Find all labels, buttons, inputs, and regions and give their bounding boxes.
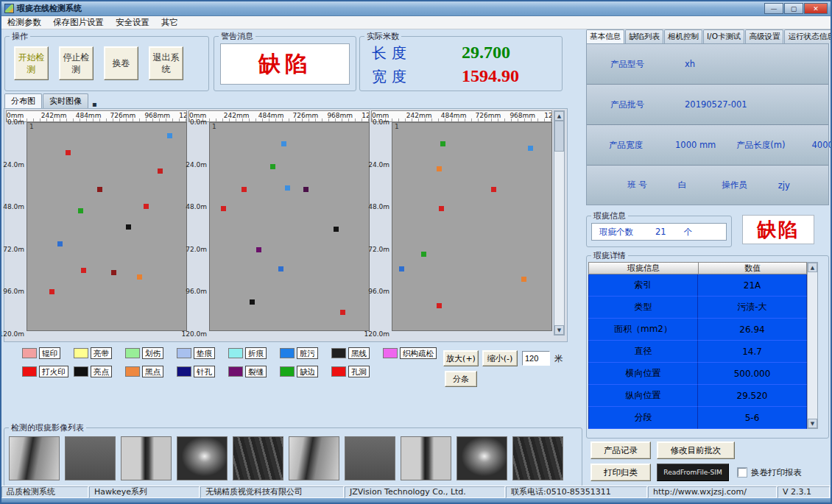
scroll-up-icon[interactable]: ▲ — [554, 111, 564, 121]
view-tab-2[interactable]: 实时图像 — [43, 93, 88, 108]
plot-area[interactable]: 1 — [27, 122, 187, 331]
defect-thumbnail-5[interactable] — [233, 436, 283, 480]
zoom-in-button[interactable]: 放大(+) — [443, 350, 479, 366]
table-scroll-up-icon[interactable]: ▲ — [808, 263, 817, 272]
defect-point[interactable] — [57, 241, 63, 246]
menu-item-3[interactable]: 安全设置 — [110, 16, 155, 29]
defect-point[interactable] — [440, 141, 445, 146]
minimize-button[interactable]: — — [764, 3, 783, 14]
scroll-thumb[interactable] — [554, 121, 564, 152]
warning-group: 警告消息 缺陷 — [214, 31, 356, 91]
defect-alert-box: 缺陷 — [742, 215, 814, 244]
defect-point[interactable] — [334, 227, 339, 232]
defect-point[interactable] — [49, 289, 54, 294]
defect-point[interactable] — [221, 206, 226, 211]
defect-point[interactable] — [111, 270, 116, 275]
print-report-checkbox[interactable] — [738, 468, 747, 477]
right-tab-4[interactable]: I/O卡测试 — [703, 29, 744, 43]
defect-table-row[interactable]: 面积（mm2）26.94 — [588, 319, 807, 341]
plot-scrollbar[interactable]: ▲ ▼ — [554, 110, 565, 336]
legend-row: 辊印亮带划伤垫痕折痕脏污黑线织构疏松 — [22, 347, 434, 359]
operation-button-3[interactable]: 换卷 — [104, 46, 138, 80]
plot-area[interactable]: 1 — [209, 122, 370, 331]
defect-thumbnail-9[interactable] — [456, 436, 507, 480]
defect-thumbnail-6[interactable] — [289, 436, 339, 480]
operation-button-2[interactable]: 停止检测 — [59, 46, 94, 80]
operation-button-1[interactable]: 开始检测 — [14, 46, 49, 80]
defect-point[interactable] — [250, 299, 255, 305]
thumbnail-group-label: 检测的瑕疵影像列表 — [9, 422, 86, 433]
zoom-out-button[interactable]: 缩小(-) — [482, 350, 518, 366]
y-axis-labels: 0.0m24.0m48.0m72.0m96.0m120.0m — [371, 122, 392, 334]
right-tab-6[interactable]: 运行状态信息 — [784, 29, 832, 43]
menu-item-4[interactable]: 其它 — [155, 16, 184, 29]
defect-point[interactable] — [528, 146, 533, 151]
defect-point[interactable] — [242, 187, 247, 192]
print-class-button[interactable]: 打印归类 — [590, 464, 651, 481]
product-size-row: 产品宽度 1000 mm 产品长度(m) 40000 — [587, 125, 828, 166]
defect-thumbnail-1[interactable] — [9, 436, 60, 480]
modify-batch-button[interactable]: 修改目前批次 — [657, 441, 735, 459]
defect-point[interactable] — [97, 187, 102, 192]
table-scrollbar[interactable]: ▲ ▼ — [807, 262, 818, 429]
defect-point[interactable] — [491, 187, 496, 192]
view-tab-1[interactable]: 分布图 — [4, 93, 42, 108]
defect-point[interactable] — [278, 266, 283, 271]
maximize-button[interactable]: ▢ — [784, 3, 803, 14]
defect-attr-value: 14.7 — [698, 341, 807, 363]
defect-thumbnail-2[interactable] — [65, 436, 116, 480]
defect-table-row[interactable]: 类型污渍-大 — [588, 297, 807, 319]
right-tab-1[interactable]: 基本信息 — [586, 29, 624, 43]
defect-point[interactable] — [167, 133, 172, 138]
meters-group: 实际米数 长度29.700宽度1594.90 — [359, 31, 563, 91]
defect-table-row[interactable]: 纵向位置29.520 — [588, 385, 807, 407]
defect-point[interactable] — [437, 303, 442, 308]
operation-button-4[interactable]: 退出系统 — [149, 46, 183, 80]
defect-table-row[interactable]: 直径14.7 — [588, 341, 807, 363]
close-button[interactable]: ✕ — [804, 3, 828, 14]
tab-strip-icon[interactable]: ▪ — [92, 100, 97, 108]
menu-item-1[interactable]: 检测参数 — [1, 16, 47, 29]
defect-table-row[interactable]: 索引21A — [588, 274, 807, 297]
defect-thumbnail-4[interactable] — [177, 436, 228, 480]
defect-point[interactable] — [66, 150, 71, 155]
right-tabs: 基本信息缺陷列表相机控制I/O卡测试高级设置运行状态信息 — [586, 29, 831, 43]
menu-item-2[interactable]: 保存图片设置 — [47, 16, 110, 29]
read-from-file-button[interactable]: ReadFromFile-SIM — [657, 464, 729, 481]
defect-point[interactable] — [158, 168, 163, 174]
defect-point[interactable] — [285, 185, 290, 191]
defect-point[interactable] — [437, 166, 442, 171]
product-record-button[interactable]: 产品记录 — [590, 441, 651, 459]
defect-table-row[interactable]: 横向位置500.000 — [588, 363, 807, 385]
meters-input[interactable] — [522, 351, 550, 366]
defect-thumbnail-3[interactable] — [121, 436, 172, 480]
defect-thumbnail-8[interactable] — [401, 436, 451, 480]
defect-point[interactable] — [137, 274, 142, 280]
defect-table-row[interactable]: 分段5-6 — [588, 407, 807, 429]
table-scroll-down-icon[interactable]: ▼ — [808, 419, 817, 428]
defect-point[interactable] — [303, 187, 309, 192]
defect-point[interactable] — [144, 204, 149, 209]
defect-point[interactable] — [340, 310, 345, 315]
defect-thumbnail-10[interactable] — [512, 436, 563, 480]
defect-point[interactable] — [281, 141, 286, 146]
title-bar[interactable]: 瑕疵在线检测系统 — ▢ ✕ — [1, 1, 831, 16]
right-tab-3[interactable]: 相机控制 — [664, 29, 702, 43]
panel-body: 0.0m24.0m48.0m72.0m96.0m120.0m1 — [371, 122, 552, 334]
defect-thumbnail-7[interactable] — [345, 436, 395, 480]
defect-point[interactable] — [126, 224, 131, 230]
split-button[interactable]: 分条 — [445, 371, 477, 387]
thumbnail-list — [4, 433, 582, 480]
defect-point[interactable] — [270, 164, 275, 169]
defect-point[interactable] — [256, 247, 261, 252]
defect-point[interactable] — [399, 266, 404, 271]
defect-point[interactable] — [421, 252, 426, 257]
plot-area[interactable]: 1 — [392, 122, 552, 331]
defect-point[interactable] — [78, 208, 83, 213]
defect-point[interactable] — [81, 268, 86, 273]
scroll-down-icon[interactable]: ▼ — [554, 325, 564, 335]
right-tab-5[interactable]: 高级设置 — [745, 29, 783, 43]
defect-point[interactable] — [439, 206, 444, 211]
right-tab-2[interactable]: 缺陷列表 — [625, 29, 663, 43]
defect-point[interactable] — [521, 277, 526, 282]
